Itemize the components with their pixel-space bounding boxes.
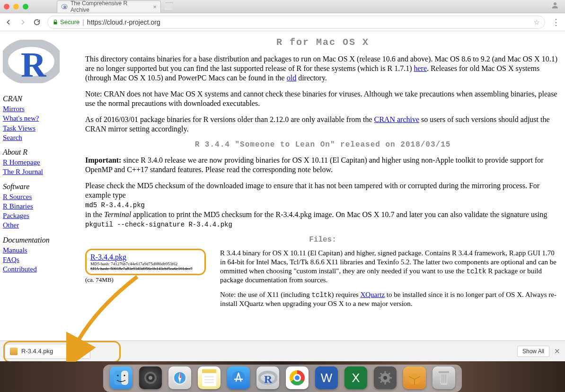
dock-word-icon[interactable]: W bbox=[315, 366, 338, 389]
checksum-paragraph: Please check the MD5 checksum of the dow… bbox=[85, 181, 560, 229]
sidebar-link[interactable]: What's new? bbox=[3, 113, 78, 123]
sidebar-link[interactable]: Search bbox=[3, 133, 78, 142]
link-old[interactable]: old bbox=[287, 74, 296, 82]
zoom-window-button[interactable] bbox=[23, 4, 28, 9]
download-item[interactable]: R-3.4.4.pkg ••• bbox=[5, 344, 90, 359]
tab-title: The Comprehensive R Archive bbox=[71, 0, 147, 13]
sha-hash: SHA-hash: 50018c7a83c9343d056c1b143ebf5c… bbox=[90, 266, 201, 271]
sidebar-link[interactable]: Manuals bbox=[3, 245, 78, 255]
dock-sysprefs-icon[interactable] bbox=[374, 366, 397, 389]
files-row: R-3.4.4.pkg MD5-hash: 741276b7c44e617a9d… bbox=[85, 249, 560, 314]
dock-excel-icon[interactable]: X bbox=[344, 366, 367, 389]
svg-line-28 bbox=[380, 373, 382, 375]
close-window-button[interactable] bbox=[4, 4, 9, 9]
svg-text:R: R bbox=[21, 45, 47, 83]
download-more-icon[interactable]: ••• bbox=[76, 348, 85, 355]
window-titlebar: R The Comprehensive R Archive × bbox=[0, 0, 565, 13]
tab-close-icon[interactable]: × bbox=[153, 3, 157, 10]
svg-line-30 bbox=[380, 381, 382, 383]
bookmark-star-icon[interactable]: ☆ bbox=[534, 18, 540, 26]
r-logo: R bbox=[3, 40, 78, 85]
svg-rect-15 bbox=[202, 369, 216, 373]
sidebar-heading: CRAN bbox=[3, 95, 78, 103]
dock-downloads-icon[interactable] bbox=[403, 366, 426, 389]
release-heading: R 3.4.4 "Someone to Lean On" released on… bbox=[85, 140, 560, 149]
favicon-r-icon: R bbox=[61, 3, 68, 10]
svg-point-11 bbox=[149, 376, 152, 380]
svg-rect-32 bbox=[439, 371, 449, 373]
dock-launchpad-icon[interactable] bbox=[139, 366, 162, 389]
forward-button[interactable] bbox=[19, 18, 26, 26]
sidebar: R CRANMirrorsWhat's new?Task ViewsSearch… bbox=[0, 31, 80, 340]
important-paragraph: Important: since R 3.4.0 release we are … bbox=[85, 156, 560, 174]
sidebar-heading: Software bbox=[3, 183, 78, 191]
file-download-cell: R-3.4.4.pkg MD5-hash: 741276b7c44e617a9d… bbox=[85, 249, 206, 314]
svg-line-31 bbox=[388, 373, 390, 375]
archive-note: As of 2016/03/01 package binaries for R … bbox=[85, 115, 560, 134]
address-bar[interactable]: Secure | https://cloud.r-project.org ☆ bbox=[47, 16, 545, 29]
link-xquartz[interactable]: XQuartz bbox=[360, 291, 385, 298]
secure-label: Secure bbox=[60, 18, 79, 26]
intro-paragraph: This directory contains binaries for a b… bbox=[85, 54, 560, 83]
separator: | bbox=[82, 18, 84, 26]
dock-notes-icon[interactable] bbox=[198, 366, 221, 389]
close-download-shelf-icon[interactable]: ✕ bbox=[554, 347, 560, 356]
sidebar-link[interactable]: Other bbox=[3, 220, 78, 230]
download-filename: R-3.4.4.pkg bbox=[21, 348, 53, 355]
virus-note: Note: CRAN does not have Mac OS X system… bbox=[85, 89, 560, 108]
page-title: R for Mac OS X bbox=[85, 37, 560, 48]
sidebar-link[interactable]: Packages bbox=[3, 211, 78, 220]
svg-text:R: R bbox=[264, 373, 273, 385]
dock-safari-icon[interactable] bbox=[168, 366, 191, 389]
sidebar-link[interactable]: R Binaries bbox=[3, 201, 78, 211]
browser-toolbar: Secure | https://cloud.r-project.org ☆ ⋮ bbox=[0, 13, 565, 31]
file-size: (ca. 74MB) bbox=[85, 276, 206, 284]
show-all-downloads-button[interactable]: Show All bbox=[517, 346, 549, 357]
dock-trash-icon[interactable] bbox=[433, 366, 455, 389]
sidebar-link[interactable]: Contributed bbox=[3, 264, 78, 274]
svg-point-2 bbox=[554, 2, 556, 5]
package-icon bbox=[10, 348, 18, 355]
secure-badge: Secure bbox=[53, 18, 79, 26]
new-tab-button[interactable] bbox=[164, 2, 173, 11]
svg-text:R: R bbox=[63, 5, 67, 9]
sidebar-heading: About R bbox=[3, 148, 78, 157]
browser-menu-button[interactable]: ⋮ bbox=[552, 17, 560, 27]
files-heading: Files: bbox=[85, 235, 560, 244]
file-description: R 3.4.4 binary for OS X 10.11 (El Capita… bbox=[220, 249, 560, 314]
main-content: R for Mac OS X This directory contains b… bbox=[80, 31, 565, 340]
dock-finder-icon[interactable] bbox=[110, 366, 132, 389]
svg-point-7 bbox=[117, 375, 119, 376]
svg-point-23 bbox=[383, 376, 387, 380]
minimize-window-button[interactable] bbox=[13, 4, 19, 9]
dock: R W X bbox=[103, 365, 462, 392]
svg-rect-6 bbox=[121, 371, 128, 385]
page-body: R CRANMirrorsWhat's new?Task ViewsSearch… bbox=[0, 31, 565, 340]
link-cran-archive[interactable]: CRAN archive bbox=[374, 115, 420, 123]
highlight-box: R-3.4.4.pkg MD5-hash: 741276b7c44e617a9d… bbox=[85, 249, 206, 275]
profile-icon[interactable] bbox=[551, 1, 559, 12]
download-shelf: R-3.4.4.pkg ••• Show All ✕ bbox=[0, 340, 565, 361]
window-controls bbox=[4, 4, 28, 9]
reload-button[interactable] bbox=[33, 18, 41, 26]
sidebar-link[interactable]: Task Views bbox=[3, 123, 78, 133]
dock-appstore-icon[interactable] bbox=[227, 366, 250, 389]
lock-icon bbox=[53, 19, 58, 25]
desktop-background: R W X bbox=[0, 361, 565, 392]
url-text: https://cloud.r-project.org bbox=[87, 18, 160, 26]
dock-chrome-icon[interactable] bbox=[286, 366, 309, 389]
sidebar-link[interactable]: FAQs bbox=[3, 255, 78, 264]
link-here[interactable]: here bbox=[414, 64, 427, 72]
svg-line-29 bbox=[388, 381, 390, 383]
sidebar-link[interactable]: Mirrors bbox=[3, 104, 78, 113]
browser-tab[interactable]: R The Comprehensive R Archive × bbox=[57, 0, 161, 13]
md5-hash: MD5-hash: 741276b7c44e617a9d75d080db953f… bbox=[90, 261, 201, 266]
sidebar-link[interactable]: R Homepage bbox=[3, 157, 78, 167]
dock-r-icon[interactable]: R bbox=[256, 366, 279, 389]
sidebar-link[interactable]: R Sources bbox=[3, 192, 78, 201]
back-button[interactable] bbox=[5, 18, 12, 26]
download-link-r344[interactable]: R-3.4.4.pkg bbox=[90, 253, 126, 261]
svg-point-8 bbox=[124, 375, 125, 376]
sidebar-link[interactable]: The R Journal bbox=[3, 167, 78, 176]
sidebar-heading: Documentation bbox=[3, 236, 78, 244]
